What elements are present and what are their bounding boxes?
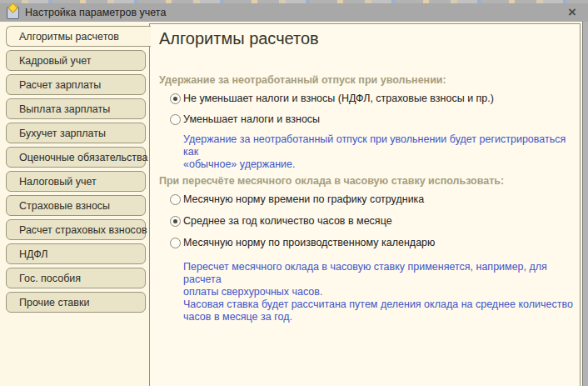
page-title: Алгоритмы расчетов — [159, 29, 319, 48]
tab-raschet-strahovyh-vznosov[interactable]: Расчет страховых взносов — [6, 219, 146, 240]
tab-label: НДФЛ — [19, 248, 48, 260]
note-line: оплаты сверхурочных часов. — [183, 286, 580, 298]
note-line: Удержание за неотработанный отпуск при у… — [183, 133, 580, 158]
tab-buhuchet-zarplaty[interactable]: Бухучет зарплаты — [6, 123, 146, 143]
radio-icon — [170, 238, 181, 248]
radio-label: Месячную норму по производственному кале… — [183, 237, 435, 248]
tab-label: Прочие ставки — [19, 297, 89, 308]
settings-page-panel: Алгоритмы расчетов Удержание за неотрабо… — [149, 23, 581, 386]
tab-ocenochnye-obyazatelstva[interactable]: Оценочные обязательства — [6, 147, 146, 168]
radio-average-hours-per-month[interactable]: Среднее за год количество часов в месяце — [170, 214, 392, 228]
radio-not-reduce-taxes[interactable]: Не уменьшает налоги и взносы (НДФЛ, стра… — [170, 92, 494, 105]
note-hourly-rate: Пересчет месячного оклада в часовую став… — [183, 261, 580, 323]
note-dismissal-deduction: Удержание за неотработанный отпуск при у… — [183, 133, 580, 171]
tab-label: Расчет страховых взносов — [19, 224, 147, 236]
form-icon — [7, 7, 19, 19]
radio-reduce-taxes[interactable]: Уменьшает налоги и взносы — [170, 113, 320, 126]
tab-label: Алгоритмы расчетов — [19, 31, 119, 43]
tab-label: Налоговый учет — [19, 176, 97, 188]
tab-nalogovyj-uchet[interactable]: Налоговый учет — [6, 171, 146, 192]
radio-label: Среднее за год количество часов в месяце — [183, 215, 392, 227]
note-line: часов в месяце за год. — [183, 311, 580, 323]
tab-label: Выплата зарплаты — [19, 103, 110, 115]
tab-strahovye-vznosy[interactable]: Страховые взносы — [6, 195, 146, 216]
tab-label: Бухучет зарплаты — [19, 128, 106, 139]
close-icon[interactable]: × — [568, 3, 576, 22]
radio-icon — [170, 194, 181, 205]
dialog-title: Настройка параметров учета — [25, 7, 166, 18]
note-line: «обычное» удержание. — [183, 158, 580, 171]
note-line: Часовая ставка будет рассчитана путем де… — [183, 298, 580, 311]
tab-algoritmy-raschetov[interactable]: Алгоритмы расчетов — [6, 26, 151, 47]
radio-icon — [170, 216, 181, 227]
section-header-dismissal-deduction: Удержание за неотработанный отпуск при у… — [159, 74, 446, 86]
tab-kadrovyj-uchet[interactable]: Кадровый учет — [6, 50, 146, 71]
tab-label: Страховые взносы — [19, 200, 110, 212]
dialog-titlebar[interactable]: Настройка параметров учета × — [0, 3, 588, 22]
tab-ndfl[interactable]: НДФЛ — [6, 243, 146, 264]
window-right-frame — [582, 22, 588, 386]
radio-label: Не уменьшает налоги и взносы (НДФЛ, стра… — [183, 93, 494, 104]
radio-label: Уменьшает налоги и взносы — [183, 113, 320, 125]
tab-label: Расчет зарплаты — [19, 79, 101, 91]
radio-monthly-norm-schedule[interactable]: Месячную норму времени по графику сотруд… — [170, 193, 424, 206]
tab-vyplata-zarplaty[interactable]: Выплата зарплаты — [6, 98, 146, 119]
section-header-hourly-rate: При пересчёте месячного оклада в часовую… — [159, 175, 504, 187]
tab-label: Кадровый учет — [19, 55, 92, 67]
tab-gos-posobiya[interactable]: Гос. пособия — [6, 268, 146, 288]
sidebar-tabs: Алгоритмы расчетов Кадровый учет Расчет … — [6, 26, 151, 316]
radio-label: Месячную норму времени по графику сотруд… — [183, 193, 424, 205]
accounting-settings-dialog: Настройка параметров учета × Алгоритмы р… — [0, 0, 588, 386]
tab-label: Гос. пособия — [19, 273, 81, 284]
note-line: Пересчет месячного оклада в часовую став… — [183, 261, 580, 286]
radio-monthly-norm-calendar[interactable]: Месячную норму по производственному кале… — [170, 236, 435, 249]
tab-prochie-stavki[interactable]: Прочие ставки — [6, 292, 146, 313]
tab-raschet-zarplaty[interactable]: Расчет зарплаты — [6, 74, 146, 95]
radio-icon — [170, 93, 181, 104]
radio-icon — [170, 114, 181, 125]
tab-label: Оценочные обязательства — [19, 152, 147, 163]
